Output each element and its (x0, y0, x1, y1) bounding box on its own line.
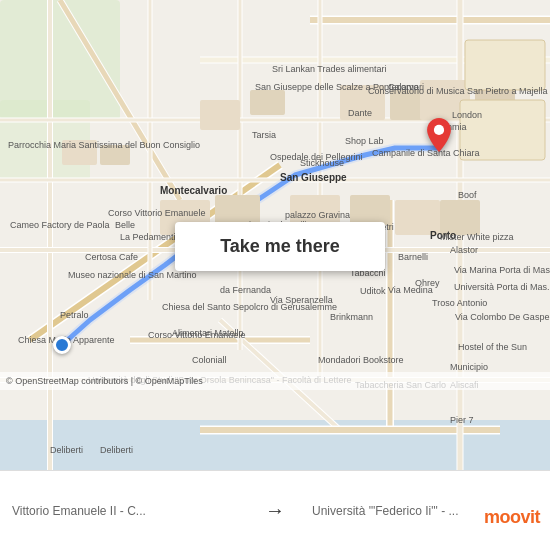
svg-rect-5 (100, 145, 130, 165)
copyright-text: © OpenStreetMap contributors | © OpenMap… (6, 376, 203, 386)
svg-point-20 (434, 125, 444, 135)
arrow-icon: → (265, 499, 285, 522)
svg-rect-6 (200, 100, 240, 130)
map-container: Parrocchia Maria Santissima del Buon Con… (0, 0, 550, 470)
svg-rect-9 (390, 90, 425, 120)
origin-marker (53, 336, 71, 354)
destination-marker (425, 118, 453, 156)
take-me-there-button[interactable]: Take me there (175, 222, 385, 271)
svg-rect-7 (250, 90, 285, 115)
svg-rect-8 (340, 85, 385, 120)
svg-rect-4 (62, 140, 97, 165)
moovit-logo-text: moovit (484, 507, 540, 528)
svg-rect-19 (460, 100, 545, 160)
svg-rect-13 (215, 195, 260, 225)
moovit-logo: moovit (484, 507, 540, 528)
svg-rect-18 (465, 40, 545, 90)
bottom-bar: Vittorio Emanuele II - C... → Università… (0, 470, 550, 550)
route-arrow: → (250, 499, 300, 522)
origin-label: Vittorio Emanuele II - C... (12, 504, 238, 518)
origin-station: Vittorio Emanuele II - C... (0, 496, 250, 526)
svg-rect-17 (440, 200, 480, 235)
svg-rect-15 (350, 195, 390, 225)
copyright-bar: © OpenStreetMap contributors | © OpenMap… (0, 372, 550, 390)
svg-rect-16 (395, 200, 440, 235)
